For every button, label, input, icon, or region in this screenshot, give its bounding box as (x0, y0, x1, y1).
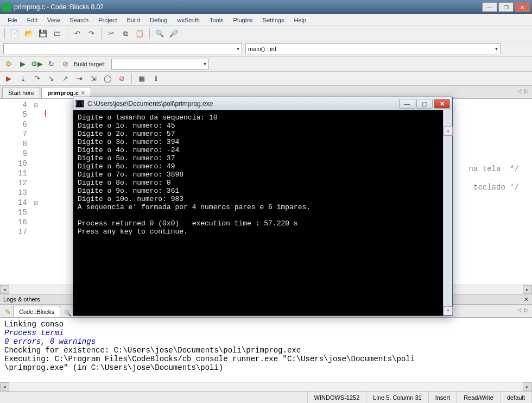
menu-search[interactable]: Search (65, 16, 93, 24)
menu-edit[interactable]: Edit (23, 16, 42, 24)
status-encoding: WINDOWS-1252 (308, 392, 367, 403)
menu-plugins[interactable]: Plugins (229, 16, 257, 24)
logs-output[interactable]: Linking conso Process termi 0 errors, 0 … (0, 318, 532, 382)
console-output[interactable]: Digite o tamanho da sequencia: 10 Digite… (73, 110, 452, 316)
tab-prev-icon[interactable]: ◁ (518, 88, 522, 94)
debug-start-icon[interactable]: ▶ (3, 73, 14, 84)
maximize-button[interactable]: ❐ (498, 2, 514, 12)
console-window[interactable]: C:\ C:\Users\jose\Documents\poli\primpro… (73, 97, 453, 316)
console-maximize-button[interactable]: ▢ (416, 99, 433, 109)
scroll-down-icon[interactable]: ▾ (444, 306, 453, 316)
minimize-button[interactable]: — (482, 2, 497, 12)
console-title-text: C:\Users\jose\Documents\poli\primprog.ex… (87, 100, 399, 108)
menu-project[interactable]: Project (94, 16, 121, 24)
console-vscroll[interactable]: ▴ ▾ (443, 110, 452, 316)
abort-icon[interactable]: ⊘ (60, 59, 71, 70)
line-number-gutter: 4 5 6 7 8 9 10 11 12 13 14 15 16 17 (0, 99, 30, 285)
scroll-right-icon[interactable]: ▸ (523, 382, 532, 391)
tab-next-icon[interactable]: ▷ (524, 88, 529, 94)
menubar: File Edit View Search Project Build Debu… (0, 14, 532, 26)
toolbar-symbols: main() : int (0, 41, 532, 56)
tab-next-icon[interactable]: ▷ (524, 307, 529, 313)
close-button[interactable]: ✕ (515, 2, 530, 12)
close-icon[interactable]: ✕ (81, 90, 85, 96)
logs-hscroll[interactable]: ◂ ▸ (0, 382, 532, 391)
logs-tab-codeblocks[interactable]: Code::Blocks (13, 306, 60, 317)
stop-debug-icon[interactable]: ⊘ (116, 73, 127, 84)
search-icon[interactable]: 🔍 (64, 308, 72, 317)
build-target-combo[interactable] (111, 59, 209, 70)
menu-file[interactable]: File (3, 16, 22, 24)
build-icon[interactable]: ⚙ (3, 59, 14, 70)
find-icon[interactable]: 🔍 (154, 28, 165, 39)
toolbar-debugger: ▶ ⤓ ↷ ↘ ↗ ⇥ ⇲ ◯ ⊘ ▦ ℹ (0, 72, 532, 86)
run-to-cursor-icon[interactable]: ⤓ (17, 73, 28, 84)
scroll-left-icon[interactable]: ◂ (0, 285, 9, 294)
debugging-windows-icon[interactable]: ▦ (136, 73, 147, 84)
save-all-icon[interactable]: 🗃 (52, 28, 62, 39)
next-line-icon[interactable]: ↷ (31, 73, 42, 84)
tab-prev-icon[interactable]: ◁ (518, 307, 522, 313)
break-icon[interactable]: ◯ (102, 73, 113, 84)
symbol-combo[interactable]: main() : int (245, 43, 501, 54)
build-run-icon[interactable]: ⚙▶ (31, 59, 42, 70)
fold-marker[interactable]: ⊟ (30, 100, 41, 110)
tab-nav: ◁ ▷ (518, 88, 529, 94)
tab-start-here[interactable]: Start here (2, 87, 40, 98)
app-icon (2, 3, 11, 11)
step-into-icon[interactable]: ↘ (46, 73, 56, 84)
fold-marker[interactable]: ⊟ (30, 198, 41, 207)
toolbar-main: 📄 📂 💾 🗃 ↶ ↷ ✂ ⧉ 📋 🔍 🔎 (0, 26, 532, 41)
replace-icon[interactable]: 🔎 (168, 28, 179, 39)
status-readwrite: Read/Write (457, 392, 501, 403)
menu-view[interactable]: View (43, 16, 65, 24)
status-position: Line 5, Column 31 (366, 392, 428, 403)
fold-gutter: ⊟ ⊟ (30, 99, 41, 285)
step-into-instr-icon[interactable]: ⇲ (88, 73, 99, 84)
window-title: primprog.c - Code::Blocks 8.02 (14, 3, 482, 11)
menu-build[interactable]: Build (122, 16, 144, 24)
rebuild-icon[interactable]: ↻ (46, 59, 56, 70)
statusbar: WINDOWS-1252 Line 5, Column 31 Insert Re… (0, 391, 532, 403)
copy-icon[interactable]: ⧉ (120, 28, 131, 39)
redo-icon[interactable]: ↷ (86, 28, 97, 39)
info-icon[interactable]: ℹ (150, 73, 161, 84)
status-profile: default (501, 392, 532, 403)
menu-settings[interactable]: Settings (258, 16, 289, 24)
paste-icon[interactable]: 📋 (134, 28, 145, 39)
console-close-button[interactable]: ✕ (434, 99, 450, 109)
logs-close-icon[interactable]: ✕ (524, 296, 529, 303)
titlebar[interactable]: primprog.c - Code::Blocks 8.02 — ❐ ✕ (0, 0, 532, 14)
cut-icon[interactable]: ✂ (106, 28, 117, 39)
build-target-label: Build target: (74, 61, 106, 67)
logs-tab-nav: ◁ ▷ (518, 307, 529, 313)
menu-help[interactable]: Help (289, 16, 311, 24)
next-instr-icon[interactable]: ⇥ (74, 73, 85, 84)
console-icon: C:\ (75, 100, 84, 108)
open-icon[interactable]: 📂 (23, 28, 34, 39)
status-mode: Insert (429, 392, 458, 403)
save-icon[interactable]: 💾 (37, 28, 48, 39)
log-drag-icon[interactable]: ✎ (2, 306, 13, 317)
menu-debug[interactable]: Debug (145, 16, 172, 24)
step-out-icon[interactable]: ↗ (60, 73, 71, 84)
undo-icon[interactable]: ↶ (72, 28, 83, 39)
menu-tools[interactable]: Tools (205, 16, 228, 24)
scope-combo[interactable] (3, 43, 242, 54)
console-titlebar[interactable]: C:\ C:\Users\jose\Documents\poli\primpro… (73, 97, 452, 110)
console-minimize-button[interactable]: — (399, 99, 415, 109)
run-icon[interactable]: ▶ (17, 59, 28, 70)
toolbar-build: ⚙ ▶ ⚙▶ ↻ ⊘ Build target: (0, 56, 532, 72)
logs-title: Logs & others (3, 296, 40, 303)
new-file-icon[interactable]: 📄 (9, 28, 20, 39)
scroll-right-icon[interactable]: ▸ (523, 285, 532, 294)
scroll-left-icon[interactable]: ◂ (0, 382, 9, 391)
menu-wxsmith[interactable]: wxSmith (173, 16, 204, 24)
